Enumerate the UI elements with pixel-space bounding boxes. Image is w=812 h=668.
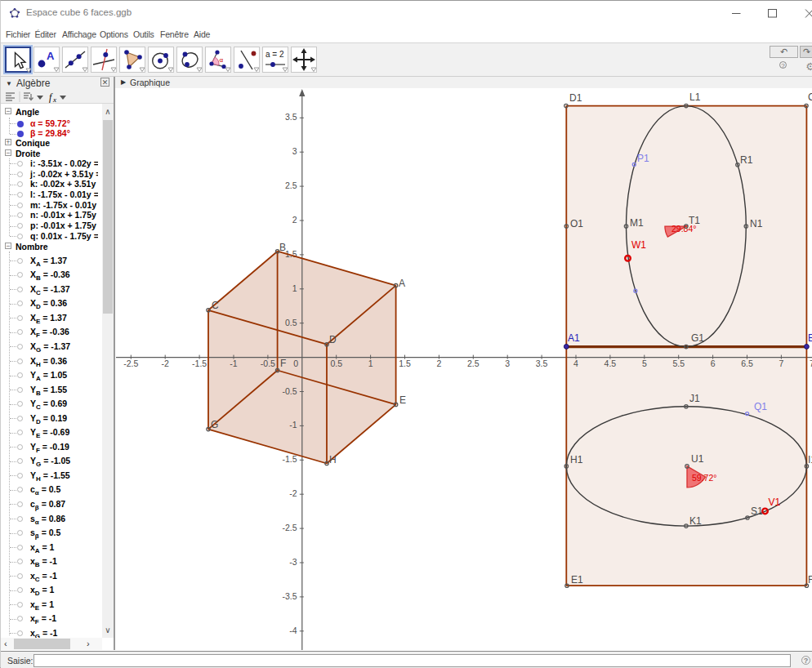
svg-text:1.5: 1.5 — [399, 358, 411, 368]
svg-text:4: 4 — [573, 358, 578, 368]
svg-text:3: 3 — [292, 146, 297, 156]
svg-text:a = 2: a = 2 — [265, 50, 284, 59]
svg-text:J1: J1 — [689, 393, 700, 404]
svg-text:K1: K1 — [689, 515, 702, 527]
svg-text:2: 2 — [292, 215, 297, 225]
svg-text:E1: E1 — [571, 574, 583, 586]
svg-text:2.5: 2.5 — [285, 180, 297, 190]
svg-text:H: H — [329, 454, 337, 465]
svg-text:0: 0 — [293, 358, 298, 368]
svg-text:M1: M1 — [630, 217, 644, 229]
svg-text:-1.5: -1.5 — [283, 454, 297, 464]
svg-text:0.5: 0.5 — [285, 318, 297, 327]
svg-text:-2: -2 — [162, 358, 169, 368]
svg-text:-0.5: -0.5 — [261, 358, 275, 368]
svg-text:W1: W1 — [631, 239, 646, 251]
svg-text:3.5: 3.5 — [285, 112, 297, 122]
svg-text:59.72°: 59.72° — [692, 473, 716, 483]
svg-text:G: G — [211, 419, 218, 430]
svg-text:0.5: 0.5 — [330, 358, 342, 368]
svg-text:-1: -1 — [230, 358, 237, 368]
svg-text:F1: F1 — [808, 574, 812, 586]
svg-text:E: E — [399, 394, 406, 406]
svg-text:C: C — [212, 300, 219, 311]
svg-text:P1: P1 — [637, 153, 649, 164]
svg-text:R1: R1 — [740, 154, 753, 166]
svg-text:U1: U1 — [691, 453, 704, 465]
svg-text:H1: H1 — [570, 454, 583, 465]
svg-text:1: 1 — [292, 283, 297, 293]
svg-text:-2.5: -2.5 — [123, 358, 138, 368]
svg-text:-1.5: -1.5 — [192, 358, 207, 368]
svg-text:D: D — [329, 334, 337, 345]
svg-text:F: F — [280, 358, 286, 369]
svg-text:A1: A1 — [568, 332, 580, 344]
svg-text:D1: D1 — [569, 92, 582, 104]
svg-text:B1: B1 — [808, 332, 812, 344]
svg-text:-4: -4 — [289, 626, 297, 635]
svg-text:B: B — [279, 242, 286, 253]
svg-text:α: α — [220, 56, 224, 64]
svg-text:N1: N1 — [750, 218, 763, 229]
svg-text:x: x — [52, 96, 56, 104]
svg-text:V1: V1 — [769, 497, 781, 508]
svg-text:6.5: 6.5 — [741, 358, 753, 368]
svg-text:3: 3 — [505, 358, 510, 368]
svg-text:O1: O1 — [570, 218, 583, 229]
svg-text:-3.5: -3.5 — [283, 591, 297, 601]
svg-text:S1: S1 — [751, 505, 763, 517]
svg-text:1: 1 — [368, 358, 373, 368]
svg-text:A: A — [399, 278, 405, 289]
svg-text:-0.5: -0.5 — [283, 386, 297, 396]
svg-text:G1: G1 — [691, 332, 704, 344]
svg-text:Q1: Q1 — [754, 401, 767, 412]
svg-text:7: 7 — [779, 358, 783, 368]
svg-text:T1: T1 — [689, 215, 700, 226]
svg-text:A: A — [47, 50, 55, 62]
svg-text:I1: I1 — [808, 454, 812, 465]
svg-text:2: 2 — [436, 358, 441, 368]
svg-text:L1: L1 — [689, 91, 701, 103]
svg-text:2.5: 2.5 — [467, 358, 480, 368]
svg-text:5.5: 5.5 — [672, 358, 685, 368]
svg-text:5: 5 — [642, 358, 647, 368]
svg-text:-1: -1 — [289, 420, 297, 430]
svg-text:4.5: 4.5 — [605, 358, 617, 368]
svg-text:-2.5: -2.5 — [283, 523, 297, 532]
svg-text:6: 6 — [711, 358, 716, 368]
svg-text:C1: C1 — [808, 91, 812, 103]
svg-text:-3: -3 — [289, 557, 297, 567]
svg-text:3.5: 3.5 — [536, 358, 548, 368]
svg-text:-2: -2 — [289, 488, 297, 498]
